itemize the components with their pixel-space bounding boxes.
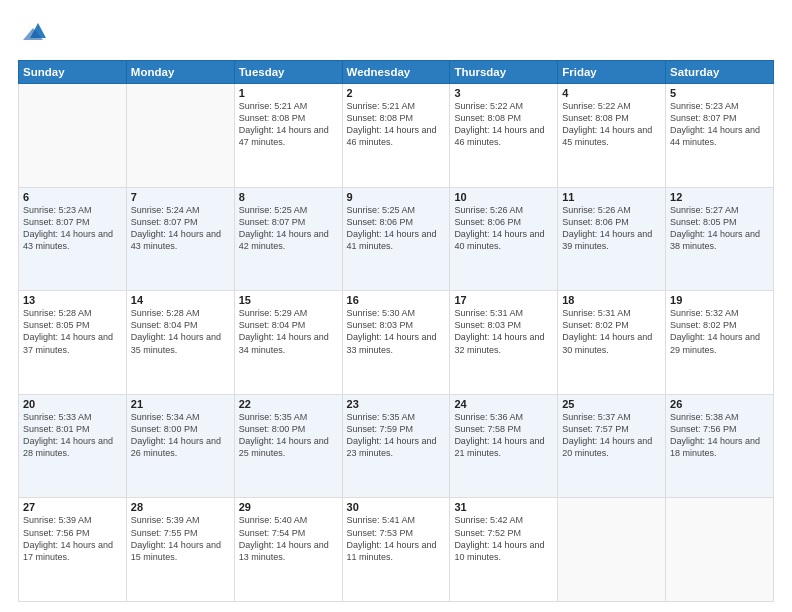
calendar-cell: 5Sunrise: 5:23 AMSunset: 8:07 PMDaylight… [666, 84, 774, 188]
day-number: 28 [131, 501, 230, 513]
day-header-sunday: Sunday [19, 61, 127, 84]
logo [18, 18, 52, 48]
day-info: Sunrise: 5:31 AMSunset: 8:02 PMDaylight:… [562, 308, 652, 354]
header [18, 18, 774, 48]
calendar-cell: 7Sunrise: 5:24 AMSunset: 8:07 PMDaylight… [126, 187, 234, 291]
day-header-thursday: Thursday [450, 61, 558, 84]
day-info: Sunrise: 5:41 AMSunset: 7:53 PMDaylight:… [347, 515, 437, 561]
calendar-cell: 13Sunrise: 5:28 AMSunset: 8:05 PMDayligh… [19, 291, 127, 395]
day-number: 23 [347, 398, 446, 410]
calendar-cell: 15Sunrise: 5:29 AMSunset: 8:04 PMDayligh… [234, 291, 342, 395]
day-info: Sunrise: 5:25 AMSunset: 8:07 PMDaylight:… [239, 205, 329, 251]
day-header-saturday: Saturday [666, 61, 774, 84]
calendar-cell: 28Sunrise: 5:39 AMSunset: 7:55 PMDayligh… [126, 498, 234, 602]
day-number: 2 [347, 87, 446, 99]
calendar-cell: 16Sunrise: 5:30 AMSunset: 8:03 PMDayligh… [342, 291, 450, 395]
day-info: Sunrise: 5:28 AMSunset: 8:04 PMDaylight:… [131, 308, 221, 354]
calendar-cell: 20Sunrise: 5:33 AMSunset: 8:01 PMDayligh… [19, 394, 127, 498]
calendar-cell: 4Sunrise: 5:22 AMSunset: 8:08 PMDaylight… [558, 84, 666, 188]
day-number: 18 [562, 294, 661, 306]
calendar-cell: 18Sunrise: 5:31 AMSunset: 8:02 PMDayligh… [558, 291, 666, 395]
calendar-cell [126, 84, 234, 188]
day-info: Sunrise: 5:32 AMSunset: 8:02 PMDaylight:… [670, 308, 760, 354]
day-number: 13 [23, 294, 122, 306]
day-info: Sunrise: 5:40 AMSunset: 7:54 PMDaylight:… [239, 515, 329, 561]
day-number: 31 [454, 501, 553, 513]
day-number: 8 [239, 191, 338, 203]
day-info: Sunrise: 5:37 AMSunset: 7:57 PMDaylight:… [562, 412, 652, 458]
calendar-cell: 23Sunrise: 5:35 AMSunset: 7:59 PMDayligh… [342, 394, 450, 498]
calendar-week-4: 20Sunrise: 5:33 AMSunset: 8:01 PMDayligh… [19, 394, 774, 498]
day-number: 24 [454, 398, 553, 410]
calendar-cell: 2Sunrise: 5:21 AMSunset: 8:08 PMDaylight… [342, 84, 450, 188]
calendar-cell: 31Sunrise: 5:42 AMSunset: 7:52 PMDayligh… [450, 498, 558, 602]
day-header-friday: Friday [558, 61, 666, 84]
day-info: Sunrise: 5:39 AMSunset: 7:55 PMDaylight:… [131, 515, 221, 561]
calendar-week-2: 6Sunrise: 5:23 AMSunset: 8:07 PMDaylight… [19, 187, 774, 291]
calendar-table: SundayMondayTuesdayWednesdayThursdayFrid… [18, 60, 774, 602]
calendar-cell: 12Sunrise: 5:27 AMSunset: 8:05 PMDayligh… [666, 187, 774, 291]
calendar-cell: 17Sunrise: 5:31 AMSunset: 8:03 PMDayligh… [450, 291, 558, 395]
calendar-week-5: 27Sunrise: 5:39 AMSunset: 7:56 PMDayligh… [19, 498, 774, 602]
day-number: 10 [454, 191, 553, 203]
calendar-cell: 14Sunrise: 5:28 AMSunset: 8:04 PMDayligh… [126, 291, 234, 395]
day-number: 17 [454, 294, 553, 306]
day-info: Sunrise: 5:35 AMSunset: 8:00 PMDaylight:… [239, 412, 329, 458]
day-info: Sunrise: 5:21 AMSunset: 8:08 PMDaylight:… [347, 101, 437, 147]
day-number: 30 [347, 501, 446, 513]
calendar-cell: 19Sunrise: 5:32 AMSunset: 8:02 PMDayligh… [666, 291, 774, 395]
day-info: Sunrise: 5:26 AMSunset: 8:06 PMDaylight:… [454, 205, 544, 251]
day-info: Sunrise: 5:39 AMSunset: 7:56 PMDaylight:… [23, 515, 113, 561]
day-info: Sunrise: 5:42 AMSunset: 7:52 PMDaylight:… [454, 515, 544, 561]
calendar-cell: 21Sunrise: 5:34 AMSunset: 8:00 PMDayligh… [126, 394, 234, 498]
day-info: Sunrise: 5:24 AMSunset: 8:07 PMDaylight:… [131, 205, 221, 251]
calendar-cell: 1Sunrise: 5:21 AMSunset: 8:08 PMDaylight… [234, 84, 342, 188]
calendar-header-row: SundayMondayTuesdayWednesdayThursdayFrid… [19, 61, 774, 84]
day-number: 3 [454, 87, 553, 99]
day-number: 21 [131, 398, 230, 410]
day-info: Sunrise: 5:30 AMSunset: 8:03 PMDaylight:… [347, 308, 437, 354]
page: SundayMondayTuesdayWednesdayThursdayFrid… [0, 0, 792, 612]
day-info: Sunrise: 5:31 AMSunset: 8:03 PMDaylight:… [454, 308, 544, 354]
calendar-cell: 30Sunrise: 5:41 AMSunset: 7:53 PMDayligh… [342, 498, 450, 602]
day-info: Sunrise: 5:27 AMSunset: 8:05 PMDaylight:… [670, 205, 760, 251]
day-number: 19 [670, 294, 769, 306]
day-info: Sunrise: 5:26 AMSunset: 8:06 PMDaylight:… [562, 205, 652, 251]
calendar-cell: 3Sunrise: 5:22 AMSunset: 8:08 PMDaylight… [450, 84, 558, 188]
day-number: 5 [670, 87, 769, 99]
day-header-monday: Monday [126, 61, 234, 84]
day-info: Sunrise: 5:23 AMSunset: 8:07 PMDaylight:… [23, 205, 113, 251]
day-number: 20 [23, 398, 122, 410]
day-info: Sunrise: 5:28 AMSunset: 8:05 PMDaylight:… [23, 308, 113, 354]
calendar-cell: 6Sunrise: 5:23 AMSunset: 8:07 PMDaylight… [19, 187, 127, 291]
day-info: Sunrise: 5:22 AMSunset: 8:08 PMDaylight:… [562, 101, 652, 147]
logo-icon [18, 18, 48, 48]
calendar-cell: 8Sunrise: 5:25 AMSunset: 8:07 PMDaylight… [234, 187, 342, 291]
calendar-cell: 25Sunrise: 5:37 AMSunset: 7:57 PMDayligh… [558, 394, 666, 498]
calendar-cell: 9Sunrise: 5:25 AMSunset: 8:06 PMDaylight… [342, 187, 450, 291]
calendar-cell: 27Sunrise: 5:39 AMSunset: 7:56 PMDayligh… [19, 498, 127, 602]
calendar-cell [558, 498, 666, 602]
day-info: Sunrise: 5:22 AMSunset: 8:08 PMDaylight:… [454, 101, 544, 147]
day-info: Sunrise: 5:21 AMSunset: 8:08 PMDaylight:… [239, 101, 329, 147]
day-info: Sunrise: 5:35 AMSunset: 7:59 PMDaylight:… [347, 412, 437, 458]
calendar-cell [666, 498, 774, 602]
day-info: Sunrise: 5:23 AMSunset: 8:07 PMDaylight:… [670, 101, 760, 147]
day-number: 27 [23, 501, 122, 513]
day-number: 4 [562, 87, 661, 99]
day-number: 9 [347, 191, 446, 203]
day-number: 16 [347, 294, 446, 306]
day-number: 11 [562, 191, 661, 203]
calendar-cell: 24Sunrise: 5:36 AMSunset: 7:58 PMDayligh… [450, 394, 558, 498]
day-header-wednesday: Wednesday [342, 61, 450, 84]
calendar-week-1: 1Sunrise: 5:21 AMSunset: 8:08 PMDaylight… [19, 84, 774, 188]
day-number: 25 [562, 398, 661, 410]
day-number: 15 [239, 294, 338, 306]
day-info: Sunrise: 5:38 AMSunset: 7:56 PMDaylight:… [670, 412, 760, 458]
day-number: 29 [239, 501, 338, 513]
day-info: Sunrise: 5:33 AMSunset: 8:01 PMDaylight:… [23, 412, 113, 458]
day-number: 14 [131, 294, 230, 306]
day-info: Sunrise: 5:34 AMSunset: 8:00 PMDaylight:… [131, 412, 221, 458]
calendar-cell [19, 84, 127, 188]
day-number: 6 [23, 191, 122, 203]
